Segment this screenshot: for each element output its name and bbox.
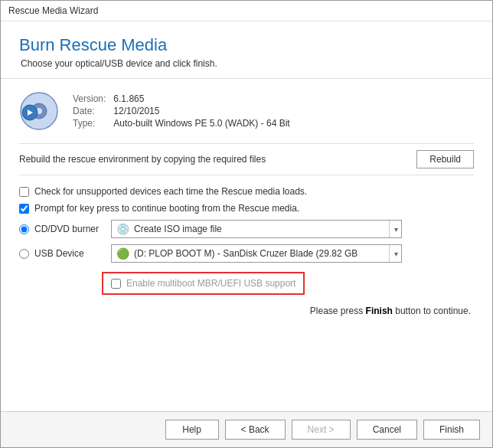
prompt-keypress-label: Prompt for key press to continue booting… bbox=[34, 203, 299, 214]
help-button[interactable]: Help bbox=[165, 420, 219, 440]
type-label: Type: bbox=[73, 118, 112, 129]
cd-icon: 💿 bbox=[116, 223, 129, 235]
finish-hint: Please press Finish button to continue. bbox=[19, 306, 474, 316]
info-table: Version: 6.1.865 Date: 12/10/2015 Type: … bbox=[71, 92, 292, 130]
next-button[interactable]: Next > bbox=[292, 420, 351, 440]
window-title: Rescue Media Wizard bbox=[8, 5, 98, 16]
type-value: Auto-built Windows PE 5.0 (WADK) - 64 Bi… bbox=[113, 118, 289, 129]
cddvd-dropdown-value: Create ISO image file bbox=[134, 224, 222, 234]
check-unsupported-row: Check for unsupported devices each time … bbox=[19, 186, 474, 197]
multiboot-box: Enable multiboot MBR/UEFI USB support bbox=[102, 272, 305, 295]
usb-label: USB Device bbox=[34, 248, 111, 259]
version-label: Version: bbox=[73, 93, 112, 104]
date-value: 12/10/2015 bbox=[113, 106, 289, 116]
usb-icon: 🟢 bbox=[116, 247, 129, 260]
cddvd-dropdown[interactable]: 💿 Create ISO image file ▾ bbox=[111, 220, 402, 238]
page-title: Burn Rescue Media bbox=[19, 35, 474, 55]
prompt-keypress-row: Prompt for key press to continue booting… bbox=[19, 203, 474, 214]
rebuild-text: Rebuild the rescue environment by copyin… bbox=[19, 154, 266, 165]
rebuild-button[interactable]: Rebuild bbox=[416, 150, 474, 168]
usb-row: USB Device 🟢 (D: PLOP BOOT M) - SanDisk … bbox=[19, 244, 474, 263]
date-label: Date: bbox=[73, 106, 112, 116]
multiboot-container: Enable multiboot MBR/UEFI USB support bbox=[19, 269, 474, 295]
finish-hint-rest: button to continue. bbox=[395, 306, 471, 316]
check-unsupported-checkbox[interactable] bbox=[19, 187, 29, 197]
cddvd-dropdown-arrow: ▾ bbox=[389, 221, 398, 237]
multiboot-checkbox[interactable] bbox=[111, 279, 121, 289]
usb-dropdown-value: (D: PLOP BOOT M) - SanDisk Cruzer Blade … bbox=[134, 248, 358, 259]
page-subtitle: Choose your optical/USB device and click… bbox=[21, 58, 474, 69]
disk-icon bbox=[19, 91, 59, 131]
finish-button[interactable]: Finish bbox=[423, 420, 480, 440]
main-window: Rescue Media Wizard Burn Rescue Media Ch… bbox=[0, 0, 493, 448]
title-bar: Rescue Media Wizard bbox=[1, 1, 492, 21]
version-value: 6.1.865 bbox=[113, 93, 289, 104]
footer: Help < Back Next > Cancel Finish bbox=[1, 411, 492, 447]
check-unsupported-label: Check for unsupported devices each time … bbox=[34, 186, 307, 197]
header-section: Burn Rescue Media Choose your optical/US… bbox=[1, 21, 492, 79]
content-area: Burn Rescue Media Choose your optical/US… bbox=[1, 21, 492, 411]
info-block: Version: 6.1.865 Date: 12/10/2015 Type: … bbox=[19, 91, 474, 131]
usb-dropdown[interactable]: 🟢 (D: PLOP BOOT M) - SanDisk Cruzer Blad… bbox=[111, 244, 402, 263]
prompt-keypress-checkbox[interactable] bbox=[19, 204, 29, 214]
main-section: Version: 6.1.865 Date: 12/10/2015 Type: … bbox=[1, 79, 492, 411]
back-button[interactable]: < Back bbox=[225, 420, 286, 440]
rebuild-row: Rebuild the rescue environment by copyin… bbox=[19, 143, 474, 175]
multiboot-label: Enable multiboot MBR/UEFI USB support bbox=[126, 278, 295, 289]
cddvd-radio[interactable] bbox=[19, 224, 29, 234]
cddvd-row: CD/DVD burner 💿 Create ISO image file ▾ bbox=[19, 220, 474, 238]
finish-hint-word: Finish bbox=[366, 306, 393, 316]
finish-hint-text: Please press bbox=[310, 306, 363, 316]
cddvd-label: CD/DVD burner bbox=[34, 224, 111, 234]
usb-radio[interactable] bbox=[19, 249, 29, 259]
usb-dropdown-arrow: ▾ bbox=[389, 245, 398, 262]
cancel-button[interactable]: Cancel bbox=[357, 420, 417, 440]
